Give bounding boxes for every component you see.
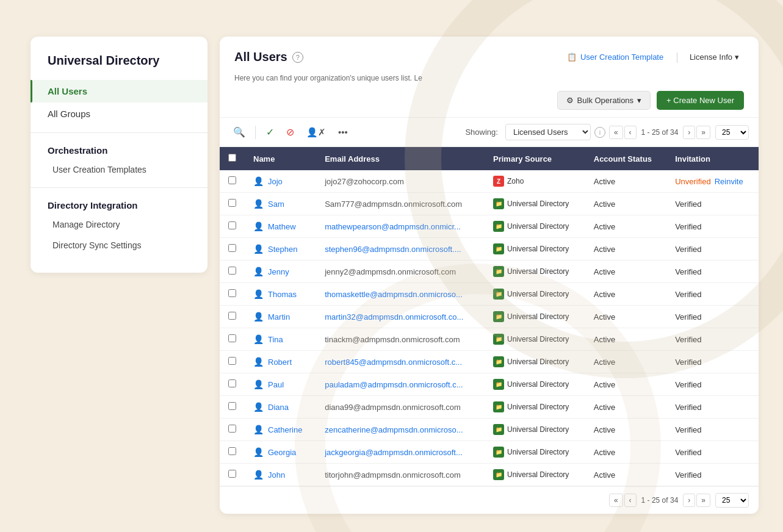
bottom-first-page-button[interactable]: «: [609, 494, 623, 507]
sidebar-item-label: All Users: [48, 86, 87, 96]
user-icon: 👤: [253, 176, 264, 186]
row-checkbox[interactable]: [228, 289, 236, 297]
invitation-header: Invitation: [666, 147, 759, 170]
source-badge: 📁Universal Directory: [493, 311, 569, 322]
user-name-link[interactable]: 👤Mathew: [253, 221, 308, 231]
user-name-link[interactable]: 👤Catherine: [253, 425, 308, 434]
chevron-down-icon: ▾: [735, 52, 739, 62]
showing-label: Showing:: [465, 128, 497, 137]
next-page-button[interactable]: ›: [683, 126, 695, 139]
create-new-user-button[interactable]: + Create New User: [657, 91, 744, 110]
template-doc-icon: 📋: [567, 52, 577, 62]
row-checkbox[interactable]: [228, 402, 236, 410]
deactivate-button[interactable]: ⊘: [282, 124, 298, 140]
status-cell: Active: [594, 267, 615, 276]
row-checkbox[interactable]: [228, 244, 236, 252]
user-name-link[interactable]: 👤Stephen: [253, 244, 308, 254]
status-cell: Active: [594, 470, 615, 480]
table-row: 👤Tinatinackm@admpmsdn.onmicrosoft.com📁Un…: [220, 328, 759, 351]
reinvite-link[interactable]: Reinvite: [715, 177, 743, 186]
select-all-checkbox[interactable]: [228, 154, 236, 162]
email-cell: mathewpearson@admpmsdn.onmicr...: [325, 222, 461, 231]
search-button[interactable]: 🔍: [229, 124, 249, 140]
source-badge: 📁Universal Directory: [493, 356, 569, 367]
user-name-link[interactable]: 👤Tina: [253, 334, 308, 344]
row-checkbox[interactable]: [228, 470, 236, 478]
source-badge: 📁Universal Directory: [493, 447, 569, 458]
user-name-link[interactable]: 👤Thomas: [253, 289, 308, 299]
row-checkbox[interactable]: [228, 425, 236, 433]
row-checkbox[interactable]: [228, 334, 236, 342]
user-icon: 👤: [253, 357, 264, 367]
invitation-cell: Verified: [675, 380, 701, 389]
status-cell: Active: [594, 335, 615, 344]
bulk-operations-button[interactable]: ⚙ Bulk Operations ▾: [557, 91, 651, 110]
user-name-link[interactable]: 👤Martin: [253, 312, 308, 322]
source-badge: 📁Universal Directory: [493, 243, 569, 254]
row-checkbox[interactable]: [228, 221, 236, 229]
page-range: 1 - 25 of 34: [641, 128, 679, 137]
prev-page-button[interactable]: ‹: [624, 126, 637, 139]
bottom-next-page-button[interactable]: ›: [683, 494, 695, 507]
row-checkbox[interactable]: [228, 357, 236, 365]
email-cell: jackgeorgia@admpmsdn.onmicrosoft...: [325, 448, 463, 457]
bottom-per-page-select[interactable]: 25 50 100: [715, 493, 749, 508]
sidebar-item-all-groups[interactable]: All Groups: [31, 102, 207, 125]
user-name-link[interactable]: 👤Diana: [253, 402, 308, 412]
invitation-cell: Verified: [675, 222, 701, 231]
row-checkbox[interactable]: [228, 379, 236, 387]
table-row: 👤Dianadiana99@admpmsdn.onmicrosoft.com📁U…: [220, 396, 759, 419]
status-cell: Active: [594, 448, 615, 457]
activate-button[interactable]: ✓: [262, 124, 278, 140]
user-name-link[interactable]: 👤Jojo: [253, 176, 308, 186]
first-page-button[interactable]: «: [609, 126, 623, 139]
source-badge: 📁Universal Directory: [493, 198, 569, 209]
name-header: Name: [245, 147, 316, 170]
filter-info-icon[interactable]: i: [594, 127, 605, 138]
row-checkbox[interactable]: [228, 312, 236, 320]
row-checkbox[interactable]: [228, 447, 236, 455]
sidebar-item-user-creation-templates[interactable]: User Creation Templates: [31, 159, 207, 180]
more-actions-button[interactable]: •••: [334, 124, 352, 140]
user-name-link[interactable]: 👤Robert: [253, 357, 308, 367]
source-icon: 📁: [493, 469, 504, 480]
table-row: 👤Jojojojo27@zohocorp.comZZohoActiveUnver…: [220, 170, 759, 193]
row-checkbox[interactable]: [228, 267, 236, 275]
page-title-row: All Users ?: [234, 50, 303, 64]
user-name-link[interactable]: 👤Paul: [253, 379, 308, 389]
email-cell: thomaskettle@admpmsdn.onmicroso...: [325, 290, 463, 299]
source-icon: 📁: [493, 379, 504, 390]
remove-user-button[interactable]: 👤✗: [302, 124, 330, 140]
user-name-link[interactable]: 👤Sam: [253, 199, 308, 209]
row-checkbox[interactable]: [228, 176, 236, 184]
status-cell: Active: [594, 358, 615, 367]
bottom-last-page-button[interactable]: »: [696, 494, 710, 507]
source-icon: 📁: [493, 334, 504, 345]
per-page-select[interactable]: 25 50 100: [715, 125, 749, 140]
table-row: 👤Robertrobert845@admpmsdn.onmicrosoft.c.…: [220, 351, 759, 373]
user-icon: 👤: [253, 425, 264, 434]
ban-icon: ⊘: [286, 126, 294, 138]
user-filter-select[interactable]: Licensed Users All Users Unlicensed User…: [505, 124, 591, 140]
status-cell: Active: [594, 403, 615, 412]
sidebar: Universal Directory All Users All Groups…: [31, 37, 207, 273]
source-badge: 📁Universal Directory: [493, 334, 569, 345]
sidebar-section-orchestration: Orchestration: [31, 140, 207, 159]
sidebar-item-directory-sync-settings[interactable]: Directory Sync Settings: [31, 235, 207, 256]
sidebar-item-all-users[interactable]: All Users: [31, 80, 207, 102]
bulk-icon: ⚙: [566, 96, 574, 105]
row-checkbox[interactable]: [228, 199, 236, 207]
sidebar-item-manage-directory[interactable]: Manage Directory: [31, 214, 207, 235]
license-info-dropdown[interactable]: License Info ▾: [685, 49, 744, 65]
bottom-prev-page-button[interactable]: ‹: [624, 494, 637, 507]
help-icon[interactable]: ?: [292, 52, 303, 63]
invitation-cell: Verified: [675, 403, 701, 412]
user-name-link[interactable]: 👤Jenny: [253, 267, 308, 276]
top-action-row: ⚙ Bulk Operations ▾ + Create New User: [234, 91, 744, 117]
invitation-cell: Verified: [675, 290, 701, 299]
sidebar-divider: [31, 132, 207, 133]
user-name-link[interactable]: 👤John: [253, 470, 308, 480]
user-name-link[interactable]: 👤Georgia: [253, 447, 308, 457]
user-creation-template-button[interactable]: 📋 User Creation Template: [561, 49, 669, 65]
last-page-button[interactable]: »: [696, 126, 710, 139]
